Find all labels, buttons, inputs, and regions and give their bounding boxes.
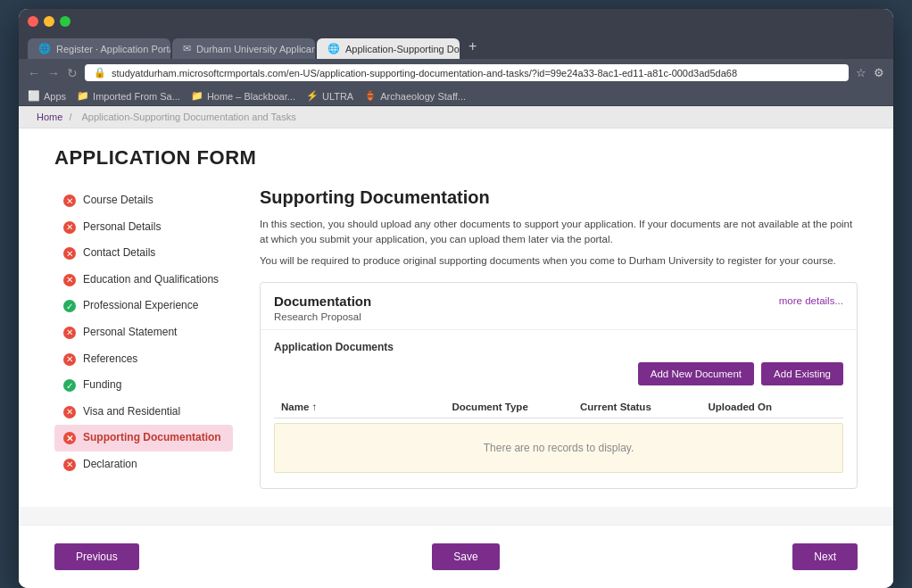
tab-3-favicon: 🌐	[327, 43, 340, 54]
ultra-label: ULTRA	[322, 91, 353, 102]
close-button[interactable]	[28, 16, 38, 27]
personal-statement-status-icon: ✕	[63, 327, 76, 339]
sidebar-item-professional-experience[interactable]: ✓ Professional Experience	[54, 293, 233, 319]
sidebar-item-visa[interactable]: ✕ Visa and Residential	[54, 399, 233, 426]
address-bar[interactable]: 🔒 studyatdurham.microsoftcrmportals.com/…	[85, 64, 849, 81]
personal-statement-label: Personal Statement	[83, 326, 177, 340]
archaeology-icon: 🏺	[364, 90, 377, 102]
add-existing-button[interactable]: Add Existing	[761, 362, 843, 385]
funding-status-icon: ✓	[63, 379, 76, 392]
maximize-button[interactable]	[60, 16, 70, 27]
documentation-subtitle: Research Proposal	[274, 311, 843, 322]
apps-icon: ⬜	[28, 90, 40, 102]
tab-2-label: Durham University Applicant P...	[196, 44, 315, 54]
documentation-box: Documentation more details... Research P…	[260, 282, 858, 489]
sidebar-item-contact-details[interactable]: ✕ Contact Details	[54, 240, 233, 267]
new-tab-button[interactable]: +	[461, 34, 484, 59]
previous-button[interactable]: Previous	[54, 543, 139, 570]
apps-label: Apps	[44, 91, 66, 102]
sidebar-item-supporting-documentation[interactable]: ✕ Supporting Documentation	[54, 425, 233, 451]
personal-details-status-icon: ✕	[63, 221, 76, 234]
tab-1[interactable]: 🌐 Register · Application Portal ✕	[28, 38, 170, 59]
tab-2-favicon: ✉	[183, 43, 191, 54]
add-new-document-button[interactable]: Add New Document	[638, 362, 754, 385]
contact-details-status-icon: ✕	[63, 247, 76, 260]
professional-experience-label: Professional Experience	[83, 299, 198, 313]
bookmark-apps[interactable]: ⬜ Apps	[28, 90, 66, 102]
funding-label: Funding	[83, 378, 121, 393]
col-document-type: Document Type	[452, 402, 580, 412]
table-header: Name ↑ Document Type Current Status Uplo…	[274, 396, 843, 418]
declaration-label: Declaration	[83, 458, 137, 472]
sidebar-item-personal-statement[interactable]: ✕ Personal Statement	[54, 319, 233, 346]
sidebar-item-education[interactable]: ✕ Education and Qualifications	[54, 267, 233, 294]
course-details-label: Course Details	[83, 194, 153, 208]
application-docs-label: Application Documents	[274, 341, 843, 353]
bookmark-ultra[interactable]: ⚡ ULTRA	[306, 90, 353, 102]
documentation-title: Documentation	[274, 294, 371, 309]
sidebar-item-personal-details[interactable]: ✕ Personal Details	[54, 214, 233, 241]
extensions-icon[interactable]: ⚙	[874, 66, 884, 79]
folder-icon: 📁	[77, 90, 89, 102]
home-label: Home – Blackboar...	[207, 91, 295, 102]
minimize-button[interactable]	[44, 16, 54, 27]
imported-label: Imported From Sa...	[93, 91, 180, 102]
visa-status-icon: ✕	[63, 406, 76, 418]
sidebar-item-course-details[interactable]: ✕ Course Details	[54, 187, 233, 214]
tab-1-label: Register · Application Portal	[56, 44, 170, 54]
education-status-icon: ✕	[63, 274, 76, 286]
save-button[interactable]: Save	[432, 543, 499, 570]
references-status-icon: ✕	[63, 353, 76, 366]
documentation-header-row: Documentation more details...	[274, 294, 843, 309]
browser-chrome: 🌐 Register · Application Portal ✕ ✉ Durh…	[19, 9, 893, 59]
more-details-link[interactable]: more details...	[779, 295, 843, 306]
breadcrumb-current: Application-Supporting Documentation and…	[82, 112, 296, 122]
next-button[interactable]: Next	[792, 543, 858, 570]
tab-2[interactable]: ✉ Durham University Applicant P... ✕	[172, 38, 315, 59]
declaration-status-icon: ✕	[63, 459, 76, 471]
tab-1-favicon: 🌐	[38, 43, 51, 54]
footer-actions: Previous Save Next	[19, 525, 893, 588]
col-name: Name ↑	[281, 402, 452, 412]
traffic-lights	[28, 16, 884, 27]
documentation-header: Documentation more details... Research P…	[261, 283, 857, 330]
course-details-status-icon: ✕	[63, 195, 76, 207]
personal-details-label: Personal Details	[83, 220, 161, 235]
sidebar-item-declaration[interactable]: ✕ Declaration	[54, 451, 233, 478]
ultra-icon: ⚡	[306, 90, 319, 102]
no-records-message: There are no records to display.	[484, 442, 634, 454]
url-text: studyatdurham.microsoftcrmportals.com/en…	[112, 68, 737, 79]
bookmark-imported[interactable]: 📁 Imported From Sa...	[77, 90, 180, 102]
no-records-row: There are no records to display.	[274, 423, 843, 473]
bookmark-icon[interactable]: ☆	[856, 66, 866, 79]
archaeology-label: Archaeology Staff...	[380, 91, 466, 102]
action-buttons: Add New Document Add Existing	[274, 362, 843, 385]
section-title: Supporting Documentation	[260, 187, 858, 208]
page-body: APPLICATION FORM ✕ Course Details ✕ Pers…	[19, 128, 893, 507]
supporting-docs-status-icon: ✕	[63, 432, 76, 444]
education-label: Education and Qualifications	[83, 273, 219, 287]
breadcrumb: Home / Application-Supporting Documentat…	[19, 106, 893, 128]
section-description-1: In this section, you should upload any o…	[260, 217, 858, 248]
bookmark-home[interactable]: 📁 Home – Blackboar...	[191, 90, 295, 102]
tab-3-label: Application-Supporting Docu...	[345, 44, 460, 54]
contact-details-label: Contact Details	[83, 246, 155, 261]
forward-button[interactable]: →	[47, 66, 60, 80]
sidebar-item-references[interactable]: ✕ References	[54, 346, 233, 373]
sidebar-item-funding[interactable]: ✓ Funding	[54, 372, 233, 399]
browser-window: 🌐 Register · Application Portal ✕ ✉ Durh…	[19, 9, 893, 588]
section-description-2: You will be required to produce original…	[260, 253, 858, 269]
col-current-status: Current Status	[580, 402, 709, 412]
reload-button[interactable]: ↻	[67, 66, 78, 80]
references-label: References	[83, 352, 137, 367]
breadcrumb-separator: /	[69, 112, 74, 122]
page-title: APPLICATION FORM	[54, 146, 858, 170]
address-bar-row: ← → ↻ 🔒 studyatdurham.microsoftcrmportal…	[19, 59, 893, 87]
lock-icon: 🔒	[94, 67, 106, 79]
breadcrumb-home[interactable]: Home	[37, 112, 62, 122]
professional-experience-status-icon: ✓	[63, 300, 76, 312]
bookmark-archaeology[interactable]: 🏺 Archaeology Staff...	[364, 90, 466, 102]
home-icon: 📁	[191, 90, 203, 102]
tab-3[interactable]: 🌐 Application-Supporting Docu... ✕	[317, 38, 460, 59]
back-button[interactable]: ←	[28, 66, 40, 80]
